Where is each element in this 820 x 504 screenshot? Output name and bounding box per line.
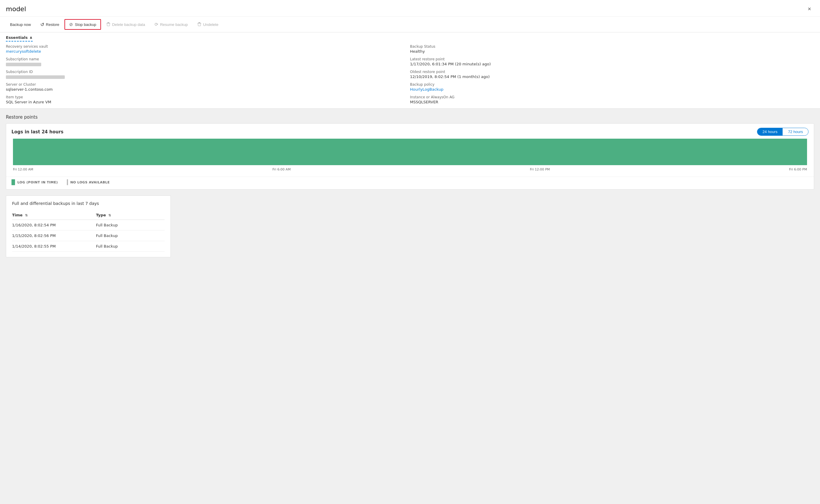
axis-label-1: Fri 6:00 AM [272, 168, 291, 171]
essentials-backup-policy: Backup policy HourlyLogBackup [410, 82, 814, 92]
subscription-name-label: Subscription name [6, 57, 410, 61]
24-hours-button[interactable]: 24 hours [757, 128, 783, 135]
chart-axis: Fri 12:00 AM Fri 6:00 AM Fri 12:00 PM Fr… [11, 166, 809, 174]
backups-card-title: Full and differential backups in last 7 … [12, 201, 165, 206]
svg-rect-1 [107, 22, 109, 23]
item-type-value: SQL Server in Azure VM [6, 100, 410, 104]
undelete-button[interactable]: Undelete [193, 20, 223, 29]
axis-label-3: Fri 6:00 PM [789, 168, 807, 171]
logs-card-title: Logs in last 24 hours [11, 129, 63, 135]
table-row: 1/16/2020, 8:02:54 PMFull Backup [12, 220, 165, 231]
stop-backup-icon: ⊘ [69, 22, 73, 27]
backups-table-body: 1/16/2020, 8:02:54 PMFull Backup1/15/202… [12, 220, 165, 252]
resume-backup-button[interactable]: ⟳ Resume backup [150, 20, 192, 29]
latest-restore-label: Latest restore point [410, 57, 814, 61]
axis-label-2: Fri 12:00 PM [530, 168, 550, 171]
legend-color-no-logs [67, 179, 68, 185]
essentials-latest-restore: Latest restore point 1/17/2020, 6:01:34 … [410, 57, 814, 66]
essentials-server-cluster: Server or Cluster sqlserver-1.contoso.co… [6, 82, 410, 92]
sort-time-icon[interactable]: ⇅ [25, 213, 28, 217]
instance-value: MSSQLSERVER [410, 100, 814, 104]
legend-item-log: LOG (POINT IN TIME) [11, 179, 58, 185]
essentials-instance: Instance or AlwaysOn AG MSSQLSERVER [410, 95, 814, 104]
essentials-subscription-name: Subscription name [6, 57, 410, 66]
instance-label: Instance or AlwaysOn AG [410, 95, 814, 99]
legend-item-no-logs: NO LOGS AVAILABLE [67, 179, 110, 185]
essentials-item-type: Item type SQL Server in Azure VM [6, 95, 410, 104]
essentials-oldest-restore: Oldest restore point 12/10/2019, 8:02:54… [410, 70, 814, 79]
essentials-right-col: Backup Status Healthy Latest restore poi… [410, 44, 814, 104]
backups-card: Full and differential backups in last 7 … [6, 195, 171, 257]
th-type-label: Type [96, 213, 106, 217]
table-cell-time: 1/14/2020, 8:02:55 PM [12, 241, 96, 252]
backup-now-button[interactable]: Backup now [6, 20, 35, 29]
restore-label: Restore [46, 22, 59, 27]
toolbar: Backup now ↺ Restore ⊘ Stop backup Delet… [0, 17, 820, 32]
essentials-header[interactable]: Essentials ∧ [6, 35, 33, 42]
essentials-recovery-vault: Recovery services vault mercurysoftdelet… [6, 44, 410, 54]
logs-card-header: Logs in last 24 hours 24 hours 72 hours [6, 124, 814, 139]
latest-restore-value: 1/17/2020, 6:01:34 PM (20 minute(s) ago) [410, 62, 814, 66]
backup-policy-label: Backup policy [410, 82, 814, 87]
title-bar: model × [0, 0, 820, 17]
delete-icon [106, 22, 110, 27]
table-cell-time: 1/16/2020, 8:02:54 PM [12, 220, 96, 231]
undelete-icon [197, 22, 201, 27]
axis-label-0: Fri 12:00 AM [13, 168, 33, 171]
chart-legend: LOG (POINT IN TIME) NO LOGS AVAILABLE [6, 177, 814, 189]
server-cluster-value: sqlserver-1.contoso.com [6, 87, 410, 92]
essentials-backup-status: Backup Status Healthy [410, 44, 814, 54]
table-row: 1/15/2020, 8:02:56 PMFull Backup [12, 231, 165, 241]
delete-backup-label: Delete backup data [112, 22, 145, 27]
main-content: Restore points Logs in last 24 hours 24 … [0, 109, 820, 504]
svg-rect-3 [198, 22, 200, 23]
chart-green-bar [13, 139, 807, 165]
table-cell-type: Full Backup [96, 220, 165, 231]
restore-points-title: Restore points [6, 115, 814, 120]
essentials-chevron-icon: ∧ [29, 35, 33, 40]
backup-policy-value[interactable]: HourlyLogBackup [410, 87, 444, 92]
chart-area: Fri 12:00 AM Fri 6:00 AM Fri 12:00 PM Fr… [6, 139, 814, 177]
item-type-label: Item type [6, 95, 410, 99]
subscription-name-bar [6, 63, 41, 66]
server-cluster-label: Server or Cluster [6, 82, 410, 87]
backup-status-label: Backup Status [410, 44, 814, 49]
stop-backup-button[interactable]: ⊘ Stop backup [64, 19, 101, 30]
th-time-label: Time [12, 213, 23, 217]
oldest-restore-value: 12/10/2019, 8:02:54 PM (1 month(s) ago) [410, 74, 814, 79]
essentials-left-col: Recovery services vault mercurysoftdelet… [6, 44, 410, 104]
recovery-vault-value[interactable]: mercurysoftdelete [6, 49, 41, 54]
essentials-label: Essentials [6, 35, 28, 40]
subscription-id-value [6, 74, 410, 79]
backup-now-label: Backup now [10, 22, 31, 27]
stop-backup-label: Stop backup [75, 22, 96, 27]
chart-bar-container [11, 139, 809, 165]
essentials-section: Essentials ∧ Recovery services vault mer… [0, 32, 820, 109]
legend-color-log [11, 179, 15, 185]
time-toggle: 24 hours 72 hours [757, 128, 809, 136]
table-header-row: Time ⇅ Type ⇅ [12, 210, 165, 220]
close-button[interactable]: × [805, 4, 814, 14]
legend-label-log: LOG (POINT IN TIME) [17, 180, 58, 184]
essentials-grid: Recovery services vault mercurysoftdelet… [6, 44, 814, 104]
subscription-id-label: Subscription ID [6, 70, 410, 74]
table-cell-type: Full Backup [96, 231, 165, 241]
72-hours-button[interactable]: 72 hours [783, 128, 808, 135]
backup-status-value: Healthy [410, 49, 814, 54]
recovery-vault-label: Recovery services vault [6, 44, 410, 49]
restore-button[interactable]: ↺ Restore [36, 20, 64, 29]
oldest-restore-label: Oldest restore point [410, 70, 814, 74]
resume-icon: ⟳ [155, 22, 158, 27]
undelete-label: Undelete [203, 22, 218, 27]
essentials-subscription-id: Subscription ID [6, 70, 410, 79]
th-type: Type ⇅ [96, 210, 165, 220]
backups-table: Time ⇅ Type ⇅ 1/16/2020, 8:02:54 PMFull … [12, 210, 165, 252]
th-time: Time ⇅ [12, 210, 96, 220]
resume-backup-label: Resume backup [160, 22, 188, 27]
delete-backup-data-button[interactable]: Delete backup data [102, 20, 149, 29]
sort-type-icon[interactable]: ⇅ [108, 213, 111, 217]
main-window: model × Backup now ↺ Restore ⊘ Stop back… [0, 0, 820, 504]
table-cell-time: 1/15/2020, 8:02:56 PM [12, 231, 96, 241]
legend-label-no-logs: NO LOGS AVAILABLE [70, 180, 110, 184]
table-cell-type: Full Backup [96, 241, 165, 252]
